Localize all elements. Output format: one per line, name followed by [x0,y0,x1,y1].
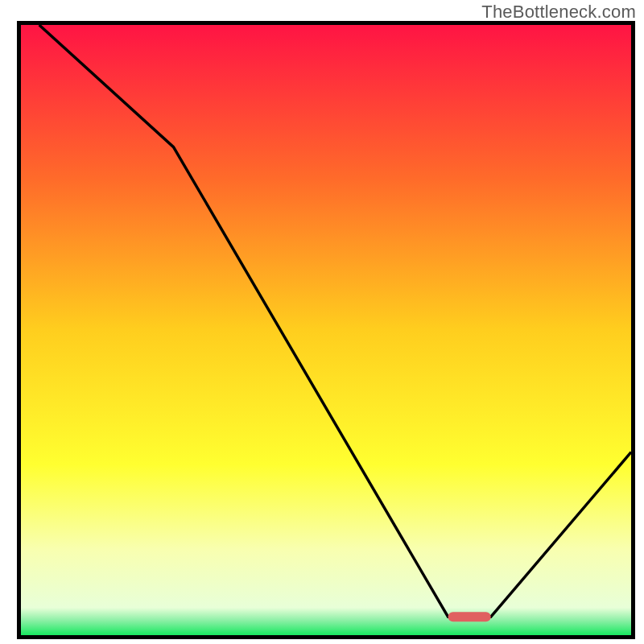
optimal-marker [448,612,491,621]
watermark-text: TheBottleneck.com [481,2,636,23]
curve-layer [21,25,631,635]
bottleneck-curve-path [39,25,631,617]
plot-area [17,21,635,639]
chart-frame: TheBottleneck.com [0,0,644,644]
